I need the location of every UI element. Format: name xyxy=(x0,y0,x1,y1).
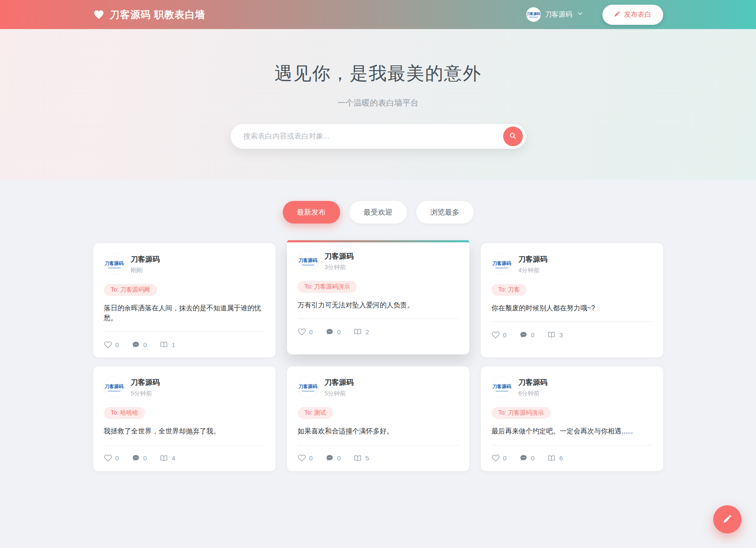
publish-button-label: 发布表白 xyxy=(624,10,652,19)
tab-latest[interactable]: 最新发布 xyxy=(283,201,340,224)
views-stat: 2 xyxy=(353,327,369,336)
chat-bubble-icon xyxy=(326,454,334,462)
open-book-icon xyxy=(547,330,556,339)
views-stat: 4 xyxy=(160,454,175,463)
confession-card[interactable]: 刀客源码 刀客源码 5分钟前 To: 测试 如果喜欢和合适撞个满怀多好。 0 0… xyxy=(287,366,469,471)
heart-icon xyxy=(93,9,104,20)
post-time: 刚刚 xyxy=(131,267,160,274)
author-name: 刀客源码 xyxy=(519,254,548,264)
post-stats: 0 0 4 xyxy=(104,454,265,463)
post-stats: 0 0 1 xyxy=(104,340,265,349)
open-book-icon xyxy=(160,454,168,463)
post-time: 3分钟前 xyxy=(325,264,354,271)
views-count: 1 xyxy=(172,341,175,348)
comment-button[interactable]: 0 xyxy=(519,454,534,462)
to-badge: To: 刀客源码演示 xyxy=(298,281,357,293)
author-name: 刀客源码 xyxy=(131,254,160,264)
confession-grid: 刀客源码 刀客源码 刚刚 To: 刀客源码网 落日的余晖洒落在人间，抹去的是不知… xyxy=(93,243,663,471)
fab-publish-button[interactable] xyxy=(713,505,741,533)
search-input[interactable] xyxy=(243,132,503,141)
confession-card[interactable]: 刀客源码 刀客源码 5分钟前 To: 哈哈哈 我拯救了全世界，全世界却抛弃了我。… xyxy=(93,366,276,471)
post-content: 万有引力可无法对坠入爱河的人负责。 xyxy=(298,300,459,319)
tab-most-viewed[interactable]: 浏览最多 xyxy=(416,201,474,224)
magnifier-icon xyxy=(509,132,517,141)
publish-button[interactable]: 发布表白 xyxy=(602,5,663,25)
like-count: 0 xyxy=(503,331,507,339)
confession-card[interactable]: 刀客源码 刀客源码 刚刚 To: 刀客源码网 落日的余晖洒落在人间，抹去的是不知… xyxy=(93,243,276,357)
author-avatar: 刀客源码 xyxy=(104,377,125,398)
comment-button[interactable]: 0 xyxy=(519,331,534,339)
tab-popular[interactable]: 最受欢迎 xyxy=(350,201,407,224)
post-content: 如果喜欢和合适撞个满怀多好。 xyxy=(298,426,459,445)
app-header: 刀客源码 职教表白墙 刀客源码 刀客源码 发 xyxy=(0,0,756,29)
user-name: 刀客源码 xyxy=(545,10,572,19)
hero-subtitle: 一个温暖的表白墙平台 xyxy=(0,97,756,109)
heart-outline-icon xyxy=(298,328,306,336)
post-stats: 0 0 3 xyxy=(492,330,652,339)
confession-card[interactable]: 刀客源码 刀客源码 4分钟前 To: 刀客 你在颓废的时候别人都在努力哦~? 0… xyxy=(481,243,663,357)
post-content: 最后再来做个约定吧。一定会再次与你相遇...... xyxy=(492,426,652,445)
like-count: 0 xyxy=(503,454,507,462)
author-name: 刀客源码 xyxy=(325,377,354,387)
heart-outline-icon xyxy=(298,454,306,462)
filter-tabs: 最新发布 最受欢迎 浏览最多 xyxy=(0,201,756,224)
chat-bubble-icon xyxy=(519,331,528,339)
open-book-icon xyxy=(547,454,556,463)
post-content: 我拯救了全世界，全世界却抛弃了我。 xyxy=(104,426,265,445)
post-stats: 0 0 2 xyxy=(298,327,459,336)
card-accent-bar xyxy=(287,240,469,242)
comment-button[interactable]: 0 xyxy=(326,454,341,462)
brand: 刀客源码 职教表白墙 xyxy=(93,8,205,21)
author-avatar: 刀客源码 xyxy=(492,254,512,274)
comment-button[interactable]: 0 xyxy=(132,454,147,462)
like-button[interactable]: 0 xyxy=(104,341,119,349)
confession-card[interactable]: 刀客源码 刀客源码 3分钟前 To: 刀客源码演示 万有引力可无法对坠入爱河的人… xyxy=(287,240,469,354)
chat-bubble-icon xyxy=(519,454,528,462)
heart-outline-icon xyxy=(492,454,500,462)
like-button[interactable]: 0 xyxy=(492,331,507,339)
comment-count: 0 xyxy=(143,454,147,462)
comment-button[interactable]: 0 xyxy=(132,341,147,349)
to-badge: To: 刀客 xyxy=(492,284,527,296)
like-button[interactable]: 0 xyxy=(298,454,313,462)
post-stats: 0 0 6 xyxy=(492,454,652,463)
views-count: 3 xyxy=(559,331,563,339)
post-time: 6分钟前 xyxy=(519,390,548,398)
chat-bubble-icon xyxy=(132,454,140,462)
post-time: 5分钟前 xyxy=(131,390,160,398)
views-count: 5 xyxy=(365,454,369,462)
confession-card[interactable]: 刀客源码 刀客源码 6分钟前 To: 刀客源码演示 最后再来做个约定吧。一定会再… xyxy=(481,366,663,471)
views-stat: 3 xyxy=(547,330,563,339)
like-count: 0 xyxy=(116,341,119,348)
open-book-icon xyxy=(353,454,362,463)
like-button[interactable]: 0 xyxy=(298,328,313,336)
author-avatar: 刀客源码 xyxy=(298,377,318,398)
post-stats: 0 0 5 xyxy=(298,454,459,463)
comment-count: 0 xyxy=(337,328,341,336)
search-button[interactable] xyxy=(503,127,523,146)
user-menu[interactable]: 刀客源码 刀客源码 xyxy=(526,7,584,22)
views-stat: 6 xyxy=(547,454,563,463)
views-count: 6 xyxy=(559,454,563,462)
author-name: 刀客源码 xyxy=(325,251,354,261)
like-button[interactable]: 0 xyxy=(492,454,507,462)
post-content: 你在颓废的时候别人都在努力哦~? xyxy=(492,303,652,322)
heart-outline-icon xyxy=(104,454,112,462)
like-count: 0 xyxy=(116,454,119,462)
comment-count: 0 xyxy=(337,454,341,462)
site-title: 刀客源码 职教表白墙 xyxy=(110,8,205,21)
author-avatar: 刀客源码 xyxy=(298,251,318,271)
to-badge: To: 刀客源码网 xyxy=(104,284,157,296)
comment-button[interactable]: 0 xyxy=(326,328,341,336)
hero-section: 遇见你，是我最美的意外 一个温暖的表白墙平台 xyxy=(0,29,756,180)
comment-count: 0 xyxy=(531,331,534,339)
heart-outline-icon xyxy=(104,341,112,349)
views-count: 2 xyxy=(365,328,369,336)
pencil-icon xyxy=(723,514,732,525)
author-avatar: 刀客源码 xyxy=(492,377,512,398)
author-name: 刀客源码 xyxy=(519,377,548,387)
like-button[interactable]: 0 xyxy=(104,454,119,462)
views-count: 4 xyxy=(172,454,175,462)
hero-title: 遇见你，是我最美的意外 xyxy=(0,62,756,85)
like-count: 0 xyxy=(309,454,313,462)
